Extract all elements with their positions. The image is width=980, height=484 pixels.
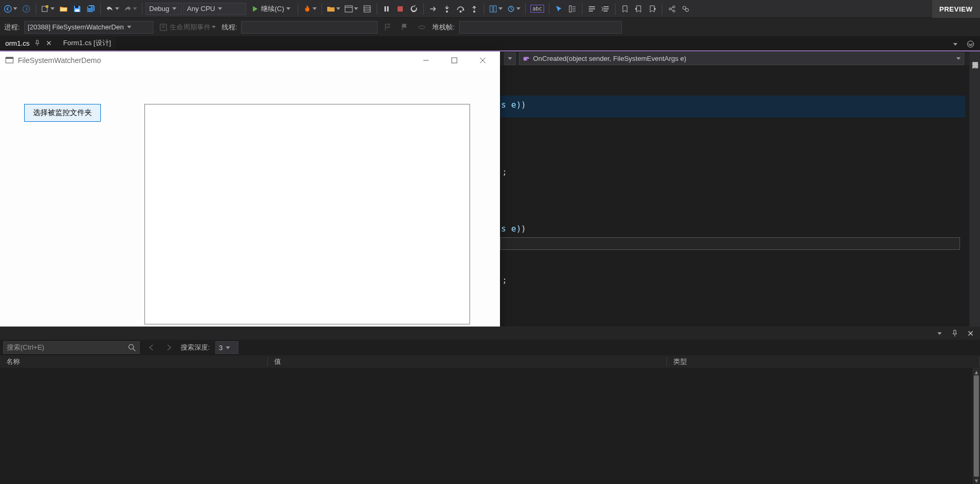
- hot-reload-button[interactable]: [301, 3, 318, 15]
- show-next-button[interactable]: [427, 3, 440, 15]
- window-layout-button[interactable]: [343, 3, 360, 15]
- close-icon[interactable]: [45, 39, 53, 47]
- pause-button[interactable]: [380, 3, 393, 15]
- stop-button[interactable]: [394, 3, 406, 15]
- platform-combo[interactable]: Any CPU: [183, 3, 246, 15]
- dock-vscroll-down-icon[interactable]: ▾: [973, 477, 980, 484]
- cursor-button[interactable]: [552, 3, 565, 15]
- abc-button[interactable]: abc: [529, 3, 546, 15]
- step-into-button[interactable]: [441, 3, 453, 15]
- col-type[interactable]: 类型: [667, 357, 980, 366]
- bookmark-button[interactable]: [619, 3, 631, 15]
- svg-rect-14: [398, 6, 403, 12]
- app-icon: [5, 56, 14, 65]
- bookmark-prev-button[interactable]: [632, 3, 645, 15]
- threads-button[interactable]: [415, 21, 428, 34]
- redo-button[interactable]: [122, 3, 139, 15]
- svg-point-33: [673, 10, 675, 12]
- stackframe-combo[interactable]: [459, 21, 622, 34]
- dock-vscroll-thumb[interactable]: [974, 375, 979, 477]
- dock-vscroll-up-icon[interactable]: ▴: [973, 368, 980, 375]
- restart-button[interactable]: [408, 3, 420, 15]
- save-button[interactable]: [71, 3, 84, 15]
- folder-button[interactable]: [325, 3, 342, 15]
- live-share-button[interactable]: [665, 3, 678, 15]
- svg-rect-45: [6, 57, 13, 59]
- code-frag-1: s e): [501, 100, 522, 110]
- search-next-button[interactable]: [163, 341, 175, 354]
- open-button[interactable]: [57, 3, 70, 15]
- outline-code-button[interactable]: [566, 3, 579, 15]
- document-tabs: orm1.cs Form1.cs [设计]: [0, 37, 980, 51]
- app-listbox[interactable]: [144, 104, 470, 324]
- thread-label: 线程:: [222, 23, 237, 32]
- continue-label: 继续(C): [261, 4, 284, 14]
- svg-point-41: [967, 41, 974, 47]
- svg-rect-47: [452, 58, 457, 63]
- tab-form1-cs[interactable]: orm1.cs: [0, 36, 58, 50]
- depth-combo[interactable]: 3: [215, 341, 238, 354]
- step-over-button[interactable]: [454, 3, 467, 15]
- app-close-button[interactable]: [471, 52, 495, 69]
- select-folder-button[interactable]: 选择被监控文件夹: [24, 104, 101, 122]
- step-out-button[interactable]: [468, 3, 481, 15]
- pin-icon[interactable]: [34, 39, 41, 47]
- nav-back-button[interactable]: [2, 3, 19, 15]
- app-maximize-button[interactable]: [442, 52, 466, 69]
- undo-button[interactable]: [104, 3, 121, 15]
- svg-rect-7: [345, 6, 352, 12]
- thread-combo[interactable]: [241, 21, 378, 34]
- running-app-window: FileSystemWatcherDemo 选择被监控文件夹: [0, 51, 500, 332]
- tabs-dropdown-button[interactable]: [948, 38, 961, 50]
- svg-line-35: [671, 9, 673, 10]
- feedback-button[interactable]: [679, 3, 692, 15]
- nav-fwd-button[interactable]: [20, 3, 33, 15]
- flag2-button[interactable]: [399, 21, 411, 34]
- dock-close-button[interactable]: [964, 327, 977, 340]
- svg-rect-19: [494, 6, 496, 12]
- search-placeholder: 搜索(Ctrl+E): [7, 343, 44, 352]
- app-body: 选择被监控文件夹: [0, 69, 500, 332]
- scope-combo[interactable]: [504, 52, 516, 65]
- tab-form1-design[interactable]: Form1.cs [设计]: [58, 36, 116, 50]
- dock-body[interactable]: ▴ ▾: [0, 368, 980, 484]
- tabs-add-button[interactable]: [964, 38, 977, 50]
- code-semi-1: ;: [502, 167, 507, 177]
- app-minimize-button[interactable]: [414, 52, 438, 69]
- save-all-button[interactable]: [85, 3, 97, 15]
- svg-line-49: [133, 349, 135, 351]
- trace-button[interactable]: [505, 3, 522, 15]
- bookmark-next-button[interactable]: [646, 3, 659, 15]
- dock-vscroll[interactable]: ▴ ▾: [973, 368, 980, 484]
- debug-toolbar: 进程: [20388] FileSystemWatcherDen 生命周期事件 …: [0, 18, 980, 37]
- uncomment-button[interactable]: [599, 3, 612, 15]
- app-titlebar[interactable]: FileSystemWatcherDemo: [0, 51, 500, 69]
- continue-button[interactable]: 继续(C): [247, 3, 295, 15]
- platform-value: Any CPU: [187, 5, 215, 13]
- main-toolbar: Debug Any CPU 继续(C): [0, 0, 980, 18]
- config-combo[interactable]: Debug: [145, 3, 182, 15]
- svg-point-17: [473, 10, 475, 13]
- dock-dropdown-button[interactable]: [933, 327, 945, 340]
- intellitrace-button[interactable]: [487, 3, 504, 15]
- comment-button[interactable]: [586, 3, 598, 15]
- member-combo[interactable]: OnCreated(object sender, FileSystemEvent…: [519, 52, 964, 65]
- flag-threads-button[interactable]: [382, 21, 394, 34]
- locals-search-input[interactable]: 搜索(Ctrl+E): [3, 341, 140, 354]
- svg-point-31: [669, 8, 671, 10]
- process-label: 进程:: [4, 23, 20, 32]
- properties-button[interactable]: [361, 3, 373, 15]
- process-combo[interactable]: [20388] FileSystemWatcherDen: [24, 21, 153, 34]
- dock-header: [0, 327, 980, 340]
- col-value[interactable]: 值: [268, 357, 667, 366]
- svg-point-37: [685, 8, 689, 12]
- code-frag-2: s e): [501, 224, 522, 234]
- dock-pin-button[interactable]: [948, 327, 961, 340]
- search-icon[interactable]: [128, 343, 137, 353]
- new-project-button[interactable]: [39, 3, 56, 15]
- col-name[interactable]: 名称: [0, 357, 268, 366]
- dock-columns: 名称 值 类型: [0, 355, 980, 368]
- lifecycle-button[interactable]: 生命周期事件: [158, 21, 217, 34]
- search-prev-button[interactable]: [145, 341, 158, 354]
- depth-label: 搜索深度:: [181, 343, 210, 352]
